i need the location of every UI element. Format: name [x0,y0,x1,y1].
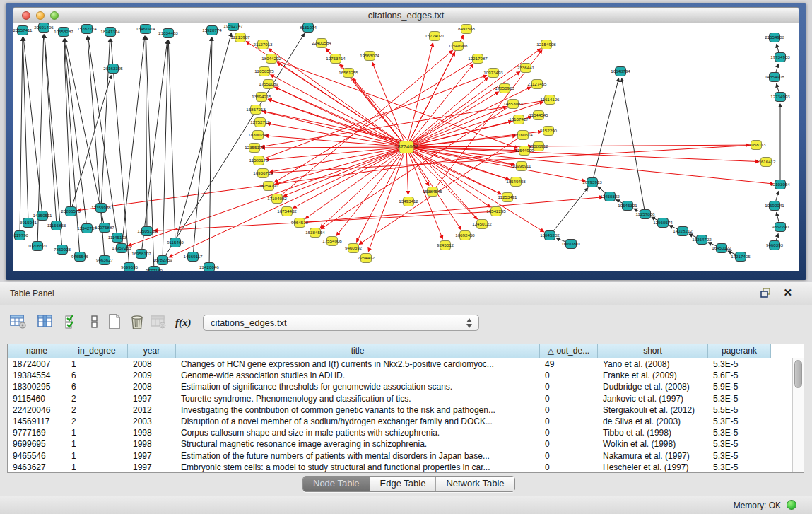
cell-year[interactable]: 2012 [128,404,176,416]
show-columns-icon[interactable] [37,314,55,332]
table-row[interactable]: 1456911722003Disruption of a novel membe… [8,416,792,427]
table-row[interactable]: 1938455462009Genome-wide association stu… [8,370,792,381]
column-header-pagerank[interactable]: pagerank [708,344,771,358]
cell-short[interactable]: Nakamura et al. (1997) [598,450,708,462]
cell-short[interactable]: Jankovic et al. (1997) [598,393,708,404]
cell-short[interactable]: Yano et al. (2008) [598,358,708,370]
cell-title[interactable]: Genome-wide association studies in ADHD. [176,370,540,381]
column-header-title[interactable]: title [176,344,540,358]
rows-icon[interactable] [86,314,105,332]
cell-title[interactable]: Disruption of a novel member of a sodium… [176,416,540,427]
cell-year[interactable]: 2008 [128,358,176,370]
graph-edge[interactable] [168,40,175,243]
cell-in_degree[interactable]: 1 [66,438,128,450]
cell-pagerank[interactable]: 5.3E-5 [708,427,771,438]
cell-name[interactable]: 14569117 [8,416,66,427]
cell-name[interactable]: 9777169 [8,427,66,438]
cell-name[interactable]: 9465546 [8,450,66,462]
graph-edge[interactable] [20,37,23,235]
function-builder-icon[interactable]: f(x) [175,317,194,335]
cell-title[interactable]: Investigating the contribution of common… [176,404,540,416]
tab-edge-table[interactable]: Edge Table [370,477,437,491]
cell-year[interactable]: 1998 [128,438,176,450]
cell-out_de[interactable]: 0 [540,462,598,472]
graph-edge[interactable] [175,33,231,243]
tab-node-table[interactable]: Node Table [303,477,370,491]
graph-edge[interactable] [357,147,406,242]
cell-in_degree[interactable]: 1 [66,462,128,472]
cell-short[interactable]: Hescheler et al. (1997) [598,462,708,472]
graph-edge[interactable] [263,111,406,147]
column-header-in_degree[interactable]: in_degree [66,344,128,358]
cell-name[interactable]: 22420046 [8,404,66,416]
cell-pagerank[interactable]: 5.5E-5 [708,404,771,416]
cell-in_degree[interactable]: 6 [66,381,128,392]
table-row[interactable]: 1830029562008Estimation of significance … [8,381,792,392]
graph-edge[interactable] [23,37,28,223]
cell-title[interactable]: Embryonic stem cells: a model to study s… [176,462,540,472]
close-panel-icon[interactable]: ✕ [783,286,792,299]
cell-title[interactable]: Changes of HCN gene expression and I(f) … [176,358,540,370]
cell-short[interactable]: de Silva et al. (2003) [598,416,708,427]
cell-year[interactable]: 1997 [128,462,176,472]
float-window-icon[interactable] [760,288,771,298]
table-selector-dropdown[interactable]: citations_edges.txt [203,315,479,331]
cell-in_degree[interactable]: 2 [66,416,128,427]
graph-edge[interactable] [406,147,585,181]
cell-title[interactable]: Structural magnetic resonance image aver… [176,438,540,450]
graph-edge[interactable] [23,37,42,216]
scrollbar-thumb[interactable] [794,360,802,388]
cell-name[interactable]: 9463627 [8,462,66,472]
cell-short[interactable]: Franke et al. (2009) [598,370,708,381]
graph-edge[interactable] [209,37,212,267]
cell-short[interactable]: Wolkin et al. (1998) [598,438,708,450]
cell-in_degree[interactable]: 6 [66,370,128,381]
table-row[interactable]: 946554611997Estimation of the future num… [8,450,792,462]
graph-edge[interactable] [300,197,603,223]
cell-title[interactable]: Estimation of the future numbers of pati… [176,450,540,462]
graph-edge[interactable] [269,84,501,194]
cell-pagerank[interactable]: 5.3E-5 [708,393,771,404]
network-canvas[interactable]: 2055741120691406105532871528227418241314… [13,23,799,271]
cell-name[interactable]: 9115460 [8,393,66,404]
vertical-scrollbar[interactable] [792,358,804,472]
cell-year[interactable]: 2003 [128,416,176,427]
graph-edge[interactable] [406,147,490,207]
cell-year[interactable]: 2009 [128,370,176,381]
cell-out_de[interactable]: 0 [540,393,598,404]
column-header-year[interactable]: year [128,344,176,358]
new-column-icon[interactable] [106,314,124,332]
cell-short[interactable]: Stergiakouli et al. (2012) [598,404,708,416]
tab-network-table[interactable]: Network Table [436,477,514,491]
cell-year[interactable]: 1998 [128,427,176,438]
graph-edge[interactable] [45,35,57,226]
graph-edge[interactable] [270,147,406,172]
graph-edge[interactable] [550,188,588,235]
table-row[interactable]: 2242004622012Investigating the contribut… [8,404,792,416]
cell-title[interactable]: Estimation of significance thresholds fo… [176,381,540,392]
cell-short[interactable]: Dudbridge et al. (2008) [598,381,708,392]
cell-out_de[interactable]: 0 [540,381,598,392]
graph-edge[interactable] [293,147,406,208]
cell-out_de[interactable]: 0 [540,416,598,427]
cell-name[interactable]: 18300295 [8,381,66,392]
cell-year[interactable]: 2008 [128,381,176,392]
graph-edge[interactable] [372,62,406,147]
column-checklist-icon[interactable] [64,314,82,332]
cell-year[interactable]: 1997 [128,393,176,404]
table-mode-icon[interactable] [10,314,28,332]
graph-edge[interactable] [406,147,408,194]
graph-edge[interactable] [336,147,406,235]
cell-in_degree[interactable]: 2 [66,404,128,416]
cell-pagerank[interactable]: 5.3E-5 [708,438,771,450]
graph-edge[interactable] [154,211,496,230]
cell-pagerank[interactable]: 5.3E-5 [708,450,771,462]
network-window-titlebar[interactable]: citations_edges.txt [13,7,799,23]
cell-pagerank[interactable]: 5.3E-5 [708,416,771,427]
cell-in_degree[interactable]: 2 [66,393,128,404]
cell-in_degree[interactable]: 1 [66,358,128,370]
cell-in_degree[interactable]: 1 [66,450,128,462]
table-row[interactable]: 911546021997Tourette syndrome. Phenomeno… [8,393,792,404]
graph-edge[interactable] [271,75,406,147]
cell-title[interactable]: Tourette syndrome. Phenomenology and cla… [176,393,540,404]
